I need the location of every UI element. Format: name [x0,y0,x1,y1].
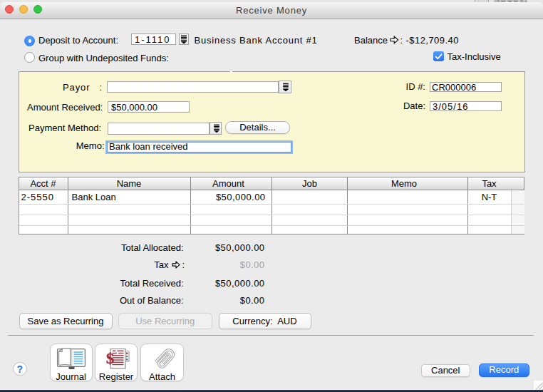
svg-text:$: $ [106,349,114,366]
